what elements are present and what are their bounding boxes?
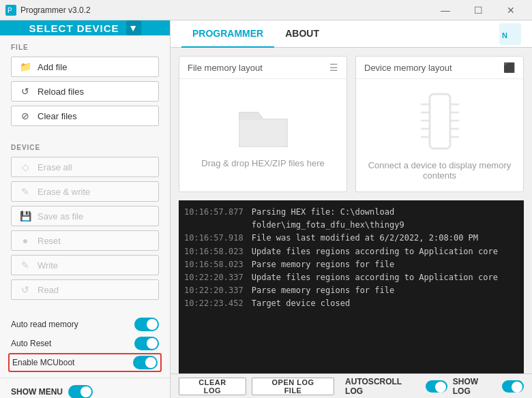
folder-icon (236, 102, 291, 150)
log-message: Parse memory regions for file (252, 284, 395, 297)
log-line: 10:16:57.918File was last modified at 6/… (184, 232, 518, 245)
svg-rect-4 (239, 119, 287, 147)
add-file-icon: 📁 (20, 61, 31, 72)
erase-all-label: Erase all (38, 162, 72, 172)
reload-files-label: Reload files (38, 87, 84, 97)
clear-log-button[interactable]: CLEAR LOG (179, 378, 246, 395)
enable-mcuboot-toggle[interactable] (133, 356, 158, 369)
show-log-group: SHOW LOG (453, 377, 524, 396)
reload-files-button[interactable]: ↺ Reload files (11, 81, 159, 102)
log-time: 10:16:57.918 (184, 232, 243, 245)
autoscroll-log-label: AUTOSCROLL LOG (345, 377, 422, 396)
log-line: 10:22:20.337Update files regions accordi… (184, 271, 518, 284)
auto-read-memory-toggle[interactable] (134, 318, 159, 331)
tab-about[interactable]: ABOUT (274, 20, 330, 48)
tab-programmer[interactable]: PROGRAMMER (181, 20, 274, 48)
file-panel-header: File memory layout ☰ (179, 57, 346, 79)
clear-files-label: Clear files (38, 111, 77, 121)
log-time: 10:22:23.452 (184, 297, 243, 310)
write-button[interactable]: ✎ Write (11, 255, 159, 275)
reset-icon: ● (20, 235, 31, 246)
maximize-button[interactable]: ☐ (462, 0, 494, 20)
log-message: Parse memory regions for file (252, 258, 395, 271)
select-device-arrow-icon: ▼ (126, 20, 141, 35)
device-section: DEVICE ◇ Erase all ✎ Erase & write 💾 Sav… (0, 136, 170, 309)
toggles-section: Auto read memory Auto Reset Enable MCUbo… (0, 309, 170, 378)
enable-mcuboot-label: Enable MCUboot (12, 358, 74, 367)
log-time: 10:16:58.023 (184, 245, 243, 258)
erase-write-button[interactable]: ✎ Erase & write (11, 181, 159, 202)
erase-all-icon: ◇ (20, 162, 31, 172)
file-panel-body[interactable]: Drag & drop HEX/ZIP files here (179, 79, 346, 192)
erase-write-icon: ✎ (20, 186, 31, 197)
auto-reset-row: Auto Reset (11, 334, 159, 353)
close-button[interactable]: ✕ (495, 0, 527, 20)
log-time: 10:16:57.877 (184, 206, 243, 232)
read-button[interactable]: ↺ Read (11, 279, 159, 300)
log-message: Parsing HEX file: C:\download folder\img… (252, 206, 518, 232)
log-line: 10:16:58.023Update files regions accordi… (184, 245, 518, 258)
show-menu-section: SHOW MENU (0, 378, 170, 398)
sidebar: SELECT DEVICE ▼ FILE 📁 Add file ↺ Reload… (0, 20, 171, 398)
save-icon: 💾 (20, 211, 31, 221)
bottom-bar: CLEAR LOG OPEN LOG FILE AUTOSCROLL LOG S… (171, 373, 532, 398)
auto-reset-label: Auto Reset (11, 339, 51, 348)
device-panel-hint: Connect a device to display memory conte… (367, 160, 512, 181)
device-section-label: DEVICE (11, 144, 159, 151)
title-bar: P Programmer v3.0.2 — ☐ ✕ (0, 0, 532, 20)
file-memory-panel: File memory layout ☰ Drag & drop HEX/ZIP… (179, 56, 347, 192)
show-log-label: SHOW LOG (453, 377, 498, 396)
content-area: PROGRAMMER ABOUT N File memory layout ☰ (171, 20, 532, 398)
auto-reset-toggle[interactable] (134, 337, 159, 350)
svg-rect-5 (430, 94, 450, 149)
erase-write-label: Erase & write (38, 187, 90, 197)
log-message: Update files regions according to Applic… (252, 245, 498, 258)
log-line: 10:16:58.023Parse memory regions for fil… (184, 258, 518, 271)
tab-bar: PROGRAMMER ABOUT N (171, 20, 532, 48)
enable-mcuboot-row: Enable MCUboot (8, 353, 162, 372)
log-time: 10:22:20.337 (184, 284, 243, 297)
erase-all-button[interactable]: ◇ Erase all (11, 157, 159, 177)
save-as-file-button[interactable]: 💾 Save as file (11, 206, 159, 226)
log-area[interactable]: 10:16:57.877Parsing HEX file: C:\downloa… (179, 200, 524, 373)
autoscroll-log-toggle[interactable] (426, 380, 447, 393)
select-device-label: SELECT DEVICE (29, 22, 119, 34)
log-line: 10:22:20.337Parse memory regions for fil… (184, 284, 518, 297)
show-menu-toggle[interactable] (68, 385, 93, 398)
svg-text:P: P (8, 7, 12, 14)
log-message: Update files regions according to Applic… (252, 271, 498, 284)
log-line: 10:22:23.452Target device closed (184, 297, 518, 310)
auto-read-memory-row: Auto read memory (11, 315, 159, 334)
clear-icon: ⊘ (20, 110, 31, 121)
auto-read-memory-label: Auto read memory (11, 320, 78, 329)
write-icon: ✎ (20, 260, 31, 271)
add-file-button[interactable]: 📁 Add file (11, 57, 159, 77)
reset-label: Reset (38, 236, 61, 246)
save-as-file-label: Save as file (38, 211, 83, 221)
clear-files-button[interactable]: ⊘ Clear files (11, 106, 159, 126)
log-message: File was last modified at 6/2/2022, 2:08… (252, 232, 478, 245)
device-memory-panel: Device memory layout ⬛ (355, 56, 524, 192)
file-section: FILE 📁 Add file ↺ Reload files ⊘ Clear f… (0, 35, 170, 136)
file-panel-hint: Drag & drop HEX/ZIP files here (201, 158, 324, 168)
nordic-logo: N (499, 23, 521, 45)
select-device-button[interactable]: SELECT DEVICE ▼ (0, 20, 170, 35)
log-message: Target device closed (252, 297, 351, 310)
title-bar-text: Programmer v3.0.2 (20, 5, 430, 15)
open-log-file-button[interactable]: OPEN LOG FILE (252, 378, 334, 395)
write-label: Write (38, 260, 58, 271)
log-line: 10:16:57.877Parsing HEX file: C:\downloa… (184, 206, 518, 232)
file-panel-title: File memory layout (188, 63, 263, 73)
device-panel-icon: ⬛ (503, 62, 515, 73)
device-panel-header: Device memory layout ⬛ (356, 57, 523, 79)
minimize-button[interactable]: — (430, 0, 461, 20)
show-log-toggle[interactable] (502, 380, 524, 393)
read-label: Read (38, 285, 59, 295)
log-time: 10:16:58.023 (184, 258, 243, 271)
app-body: SELECT DEVICE ▼ FILE 📁 Add file ↺ Reload… (0, 20, 532, 398)
memory-panels: File memory layout ☰ Drag & drop HEX/ZIP… (171, 48, 532, 200)
autoscroll-log-group: AUTOSCROLL LOG (345, 377, 447, 396)
reset-button[interactable]: ● Reset (11, 230, 159, 251)
device-panel-body: Connect a device to display memory conte… (356, 79, 523, 192)
read-icon: ↺ (20, 284, 31, 295)
